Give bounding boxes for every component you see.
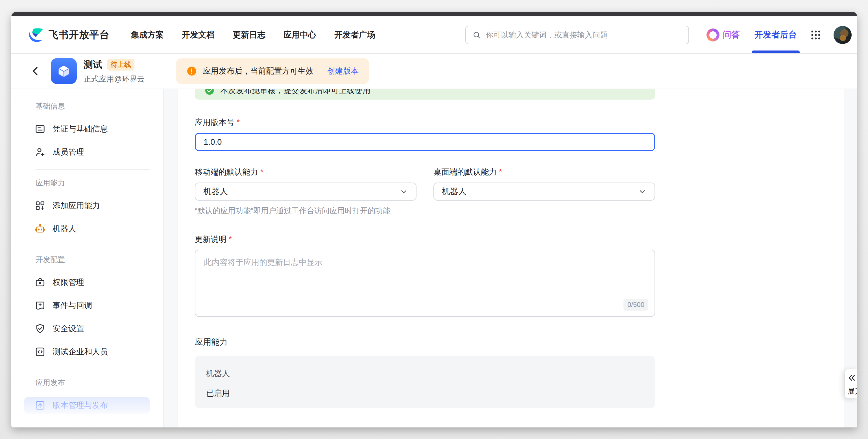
update-notes-placeholder: 此内容将于应用的更新日志中显示 <box>204 257 646 268</box>
search-icon <box>472 31 481 39</box>
feishu-logo-icon <box>28 27 44 43</box>
sidebar-item-label: 安全设置 <box>53 323 84 334</box>
required-mark: * <box>260 168 264 176</box>
sidebar-item-add-capability[interactable]: 添加应用能力 <box>24 198 150 214</box>
browser-window: 飞书开放平台 集成方案 开发文档 更新日志 应用中心 开发者广场 你可以输入关键… <box>11 12 857 428</box>
desktop-capability-value: 机器人 <box>442 186 466 197</box>
version-label: 应用版本号 * <box>195 117 844 128</box>
feishu-logo[interactable]: 飞书开放平台 <box>28 27 110 43</box>
sidebar-item-label: 成员管理 <box>53 147 84 158</box>
code-box-icon <box>34 346 46 358</box>
chevrons-left-icon <box>848 374 856 382</box>
sidebar-item-events[interactable]: 事件与回调 <box>24 297 150 314</box>
mobile-capability-select[interactable]: 机器人 <box>195 182 416 201</box>
back-button[interactable] <box>29 64 42 78</box>
sidebar-divider <box>36 246 150 246</box>
sidebar-item-members[interactable]: 成员管理 <box>24 144 150 160</box>
apps-grid-icon[interactable] <box>810 29 822 41</box>
create-version-link[interactable]: 创建版本 <box>327 66 359 76</box>
desktop-capability-label: 桌面端的默认能力 * <box>433 167 655 177</box>
text-caret <box>223 137 223 147</box>
top-nav-items: 集成方案 开发文档 更新日志 应用中心 开发者广场 <box>131 29 375 41</box>
sidebar-divider <box>36 169 150 170</box>
window-titlebar <box>11 12 857 16</box>
sidebar-divider <box>36 423 150 423</box>
sidebar-divider <box>36 369 150 369</box>
review-exempt-text: 本次发布免审核，提交发布后即可上线使用 <box>220 89 370 96</box>
check-circle-icon <box>205 89 215 96</box>
sidebar-item-credentials[interactable]: 凭证与基础信息 <box>24 121 150 137</box>
version-input[interactable]: 1.0.0 <box>195 133 655 151</box>
id-card-icon <box>34 123 46 135</box>
sidebar-item-bot[interactable]: 机器人 <box>24 221 150 237</box>
nav-item-docs[interactable]: 开发文档 <box>182 29 215 41</box>
mobile-capability-value: 机器人 <box>203 186 228 197</box>
sidebar-section-capabilities: 应用能力 <box>36 178 163 188</box>
sidebar-item-test-company[interactable]: 测试企业和人员 <box>24 344 150 360</box>
sidebar-scrollbar-track[interactable] <box>163 89 178 428</box>
sidebar-section-release: 应用发布 <box>36 378 163 387</box>
review-exempt-banner: 本次发布免审核，提交发布后即可上线使用 <box>195 89 655 100</box>
shield-check-icon <box>34 323 46 334</box>
app-name: 测试 <box>84 58 102 71</box>
sidebar-item-label: 权限管理 <box>53 277 84 288</box>
qa-label: 问答 <box>723 29 740 41</box>
cube-app-icon <box>51 58 77 84</box>
sidebar-section-basic-info: 基础信息 <box>36 101 163 111</box>
qa-ring-icon <box>707 29 719 41</box>
version-value: 1.0.0 <box>204 137 222 147</box>
grid-add-icon <box>34 200 46 211</box>
expand-panel-button[interactable]: 展开 <box>845 369 857 398</box>
default-capability-hint: “默认的应用功能”即用户通过工作台访问应用时打开的功能 <box>195 206 416 216</box>
sidebar-item-label: 事件与回调 <box>53 300 92 311</box>
sidebar-item-label: 测试企业和人员 <box>53 346 108 357</box>
search-input[interactable]: 你可以输入关键词，或直接输入问题 <box>465 26 689 44</box>
sidebar-item-label: 添加应用能力 <box>53 200 100 211</box>
event-callback-icon <box>34 300 46 311</box>
chevron-down-icon <box>638 187 647 196</box>
sidebar-section-dev-config: 开发配置 <box>36 255 163 265</box>
chevron-left-icon <box>30 66 41 76</box>
main-content: 本次发布免审核，提交发布后即可上线使用 应用版本号 * 1.0.0 移动端的默认… <box>178 89 844 428</box>
nav-item-integration[interactable]: 集成方案 <box>131 29 164 41</box>
upload-box-icon <box>34 400 46 411</box>
update-notes-textarea[interactable]: 此内容将于应用的更新日志中显示 0/500 <box>195 250 655 317</box>
mobile-capability-label: 移动端的默认能力 * <box>195 167 416 177</box>
char-counter: 0/500 <box>623 299 648 311</box>
capability-panel: 机器人 已启用 <box>195 356 655 408</box>
sidebar-item-security[interactable]: 安全设置 <box>24 320 150 337</box>
permission-case-icon <box>34 277 46 288</box>
sidebar-item-permissions[interactable]: 权限管理 <box>24 274 150 291</box>
publish-warning-banner: 应用发布后，当前配置方可生效 创建版本 <box>176 58 369 84</box>
app-header-bar: 测试 待上线 正式应用@环界云 应用发布后，当前配置方可生效 创建版本 <box>11 54 857 89</box>
robot-icon <box>34 223 46 234</box>
sidebar-item-version-release[interactable]: 版本管理与发布 <box>24 397 150 414</box>
nav-item-dev-plaza[interactable]: 开发者广场 <box>334 29 375 41</box>
nav-item-developer-console[interactable]: 开发者后台 <box>754 16 797 53</box>
expand-label: 展开 <box>848 386 857 396</box>
required-mark: * <box>229 235 232 243</box>
qa-link[interactable]: 问答 <box>707 29 740 41</box>
status-badge: 待上线 <box>107 59 134 71</box>
sidebar-item-label: 版本管理与发布 <box>53 400 108 411</box>
warning-circle-icon <box>186 66 197 76</box>
desktop-capability-select[interactable]: 机器人 <box>433 182 655 201</box>
capability-name: 机器人 <box>206 368 644 379</box>
member-add-icon <box>34 146 46 158</box>
sidebar-item-label: 凭证与基础信息 <box>53 124 108 134</box>
app-meta: 测试 待上线 正式应用@环界云 <box>84 58 145 84</box>
warning-text: 应用发布后，当前配置方可生效 <box>203 66 313 76</box>
required-mark: * <box>237 118 240 126</box>
update-notes-label: 更新说明 * <box>195 234 844 245</box>
user-avatar[interactable] <box>834 26 851 44</box>
chevron-down-icon <box>400 187 408 196</box>
sidebar-item-label: 机器人 <box>53 224 76 234</box>
capability-section-title: 应用能力 <box>195 337 844 348</box>
capability-status: 已启用 <box>206 388 644 399</box>
platform-title: 飞书开放平台 <box>49 28 110 41</box>
required-mark: * <box>499 168 502 176</box>
nav-item-changelog[interactable]: 更新日志 <box>233 29 266 41</box>
app-subtitle: 正式应用@环界云 <box>84 74 145 84</box>
nav-item-app-center[interactable]: 应用中心 <box>283 29 316 41</box>
sidebar: 基础信息 凭证与基础信息 成员管理 应用能力 <box>11 89 163 428</box>
